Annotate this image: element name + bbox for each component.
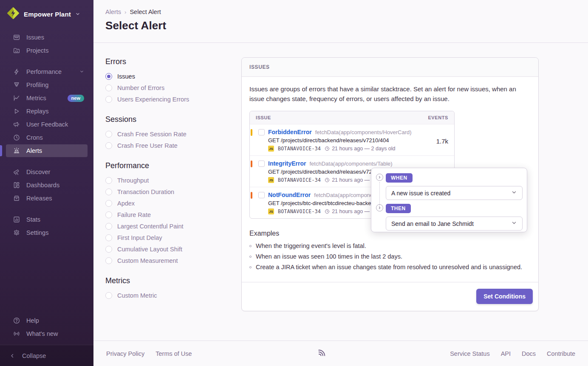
collapse-label: Collapse bbox=[22, 352, 46, 359]
sidebar-item-label: Discover bbox=[26, 169, 50, 175]
sidebar-item-projects[interactable]: Projects bbox=[6, 44, 88, 57]
radio-largest-contentful-paint[interactable]: Largest Contentful Paint bbox=[105, 220, 233, 232]
org-switcher[interactable]: Empower Plant bbox=[0, 0, 93, 27]
section-errors: Errors Issues Number of Errors Users Exp… bbox=[105, 57, 233, 105]
chevron-down-icon bbox=[511, 189, 517, 197]
issue-short-id: BOTANAVOICE-34 bbox=[278, 208, 321, 214]
radio-dot[interactable] bbox=[105, 73, 112, 80]
section-performance: Performance Throughput Transaction Durat… bbox=[105, 161, 233, 266]
performance-icon bbox=[13, 68, 20, 76]
sidebar-item-user-feedback[interactable]: User Feedback bbox=[6, 118, 88, 131]
radio-dot[interactable] bbox=[105, 189, 112, 195]
megaphone-icon bbox=[13, 121, 20, 128]
then-action-select[interactable]: Send an email to Jane Schmidt bbox=[386, 217, 523, 231]
sidebar-item-releases[interactable]: Releases bbox=[6, 192, 88, 205]
circle-arrow-icon bbox=[376, 204, 383, 211]
sidebar-item-label: Settings bbox=[26, 229, 48, 236]
page-header: Alerts › Select Alert Select Alert bbox=[93, 0, 588, 43]
example-text: When the triggering event's level is fat… bbox=[256, 242, 366, 249]
bullet-icon bbox=[249, 266, 252, 268]
section-title: Errors bbox=[105, 57, 233, 66]
breadcrumb: Alerts › Select Alert bbox=[105, 8, 576, 15]
service-status-link[interactable]: Service Status bbox=[450, 350, 490, 357]
terms-of-use-link[interactable]: Terms of Use bbox=[155, 350, 192, 357]
docs-link[interactable]: Docs bbox=[522, 350, 536, 357]
sidebar-item-profiling[interactable]: Profiling bbox=[6, 79, 88, 91]
radio-dot[interactable] bbox=[105, 292, 112, 299]
main-area: Alerts › Select Alert Select Alert Error… bbox=[93, 0, 588, 311]
table-row[interactable]: ForbiddenError fetchData(app/components/… bbox=[250, 124, 454, 155]
issue-title-link[interactable]: NotFoundError bbox=[268, 191, 311, 198]
issue-checkbox[interactable] bbox=[258, 160, 265, 167]
radio-custom-metric[interactable]: Custom Metric bbox=[105, 290, 233, 301]
sidebar-item-label: Projects bbox=[26, 47, 48, 54]
radio-custom-measurement[interactable]: Custom Measurement bbox=[105, 255, 233, 266]
radio-issues[interactable]: Issues bbox=[105, 70, 233, 82]
radio-throughput[interactable]: Throughput bbox=[105, 175, 233, 186]
section-sessions: Sessions Crash Free Session Rate Crash F… bbox=[105, 115, 233, 151]
section-title: Performance bbox=[105, 161, 233, 170]
sidebar-item-discover[interactable]: Discover bbox=[6, 166, 88, 178]
collapse-sidebar-button[interactable]: Collapse bbox=[0, 345, 93, 366]
radio-cumulative-layout-shift[interactable]: Cumulative Layout Shift bbox=[105, 243, 233, 255]
sidebar-item-stats[interactable]: Stats bbox=[6, 213, 88, 226]
set-conditions-button[interactable]: Set Conditions bbox=[476, 289, 533, 304]
sidebar-item-issues[interactable]: Issues bbox=[6, 31, 88, 44]
radio-dot[interactable] bbox=[105, 177, 112, 184]
sidebar-item-settings[interactable]: Settings bbox=[6, 226, 88, 239]
sidebar-item-replays[interactable]: Replays bbox=[6, 105, 88, 118]
radio-dot[interactable] bbox=[105, 211, 112, 218]
sidebar-item-metrics[interactable]: Metrics new bbox=[6, 92, 88, 104]
issue-title-link[interactable]: ForbiddenError bbox=[268, 129, 312, 135]
sidebar-item-dashboards[interactable]: Dashboards bbox=[6, 179, 88, 191]
privacy-policy-link[interactable]: Privacy Policy bbox=[106, 350, 144, 357]
sidebar-item-label: Alerts bbox=[26, 147, 42, 154]
radio-dot[interactable] bbox=[105, 246, 112, 253]
sidebar-item-crons[interactable]: Crons bbox=[6, 131, 88, 144]
sidebar-item-help[interactable]: Help bbox=[6, 314, 88, 327]
sidebar-item-performance[interactable]: Performance bbox=[6, 65, 88, 78]
alert-type-list: Errors Issues Number of Errors Users Exp… bbox=[105, 57, 233, 311]
sidebar-item-alerts[interactable]: Alerts bbox=[6, 144, 88, 157]
radio-apdex[interactable]: Apdex bbox=[105, 197, 233, 209]
when-condition-select[interactable]: A new issue is created bbox=[386, 186, 523, 200]
sidebar-item-label: Crons bbox=[26, 134, 43, 141]
radio-crash-free-user-rate[interactable]: Crash Free User Rate bbox=[105, 140, 233, 151]
then-badge: THEN bbox=[386, 204, 411, 213]
issue-checkbox[interactable] bbox=[258, 192, 265, 198]
radio-dot[interactable] bbox=[105, 223, 112, 230]
page-title: Select Alert bbox=[105, 19, 576, 32]
radio-dot[interactable] bbox=[105, 234, 112, 241]
chevron-down-icon[interactable] bbox=[79, 68, 84, 75]
issue-level-indicator bbox=[251, 160, 252, 167]
chevron-down-icon bbox=[75, 11, 80, 18]
breadcrumb-current: Select Alert bbox=[130, 8, 161, 15]
api-link[interactable]: API bbox=[501, 350, 511, 357]
issue-title-link[interactable]: IntegrityError bbox=[268, 160, 306, 167]
radio-dot[interactable] bbox=[105, 200, 112, 207]
radio-dot[interactable] bbox=[105, 142, 112, 149]
radio-dot[interactable] bbox=[105, 84, 112, 91]
sidebar-item-label: Metrics bbox=[26, 95, 46, 101]
radio-dot[interactable] bbox=[105, 96, 112, 103]
issue-checkbox[interactable] bbox=[258, 129, 265, 135]
sidebar-item-label: Help bbox=[26, 317, 39, 324]
contribute-link[interactable]: Contribute bbox=[547, 350, 575, 357]
new-badge: new bbox=[68, 95, 84, 102]
panel-header: ISSUES bbox=[242, 58, 538, 77]
radio-failure-rate[interactable]: Failure Rate bbox=[105, 209, 233, 220]
javascript-platform-icon: JS bbox=[268, 146, 274, 152]
radio-dot[interactable] bbox=[105, 131, 112, 138]
sidebar-item-whats-new[interactable]: What's new bbox=[6, 327, 88, 340]
javascript-platform-icon: JS bbox=[268, 208, 274, 214]
radio-number-of-errors[interactable]: Number of Errors bbox=[105, 82, 233, 93]
telescope-icon bbox=[13, 168, 20, 176]
radio-crash-free-session-rate[interactable]: Crash Free Session Rate bbox=[105, 128, 233, 140]
radio-users-experiencing-errors[interactable]: Users Experiencing Errors bbox=[105, 93, 233, 105]
sidebar-item-label: Stats bbox=[26, 216, 40, 223]
radio-transaction-duration[interactable]: Transaction Duration bbox=[105, 186, 233, 197]
chevron-right-icon: › bbox=[124, 9, 126, 15]
radio-dot[interactable] bbox=[105, 257, 112, 264]
breadcrumb-alerts-link[interactable]: Alerts bbox=[105, 8, 121, 15]
radio-first-input-delay[interactable]: First Input Delay bbox=[105, 232, 233, 243]
